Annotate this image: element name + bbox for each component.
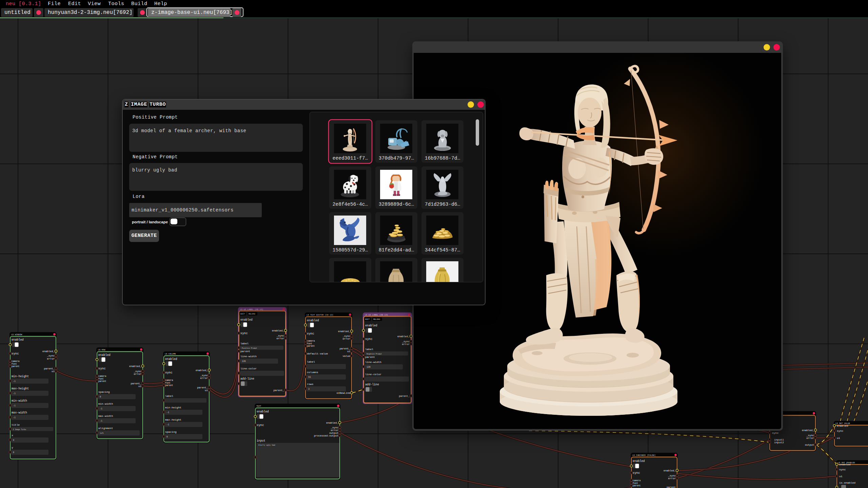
svg-text:0: 0 [13, 439, 14, 442]
svg-text:enabled_: enabled_ [338, 330, 351, 333]
svg-text:camera: camera [165, 379, 173, 382]
svg-text:min-height: min-height [12, 375, 29, 378]
svg-text:camera: camera [307, 340, 315, 342]
svg-text:TEXT: TEXT [256, 405, 261, 407]
svg-text:ui: ui [52, 370, 55, 373]
svg-text:font: font [98, 378, 104, 380]
svg-text:line-color: line-color [365, 373, 381, 376]
svg-text:parent: parent [165, 384, 173, 387]
svg-text:parent: parent [365, 355, 375, 359]
svg-text:label: label [307, 360, 315, 363]
svg-text:camera: camera [98, 375, 106, 378]
svg-text:spacing: spacing [165, 430, 177, 433]
svg-text:max-width: max-width [98, 414, 113, 418]
svg-text:error: error [342, 338, 350, 340]
svg-text:EDIT: EDIT [365, 318, 370, 321]
svg-text:enabled_: enabled_ [326, 422, 339, 424]
svg-text:RELOAD: RELOAD [249, 313, 256, 315]
svg-text:ui: ui [837, 436, 840, 440]
svg-text:font: font [12, 363, 17, 365]
svg-text:label: label [240, 342, 249, 345]
svg-text:LS CHECKBOX [FALSE]: LS CHECKBOX [FALSE] [632, 454, 655, 456]
svg-text:alignment: alignment [98, 427, 113, 430]
svg-text:enabled_: enabled_ [272, 329, 284, 332]
svg-text:parent_: parent_ [273, 389, 284, 392]
svg-text:input: input [257, 439, 265, 443]
svg-text:columns: columns [307, 371, 318, 374]
svg-text:input2: input2 [774, 441, 784, 444]
svg-text:add-line: add-line [365, 383, 379, 386]
svg-text:LS ROW: LS ROW [98, 349, 105, 351]
svg-text:font: font [633, 482, 638, 485]
svg-text:enabled: enabled [257, 410, 269, 413]
svg-text:sync: sync [307, 332, 314, 336]
svg-text:max-width: max-width [12, 411, 27, 414]
svg-text:LS UI LABEL [3D 13]: LS UI LABEL [3D 13] [365, 314, 388, 316]
svg-text:enabled: enabled [839, 463, 851, 466]
svg-text:enabled_: enabled_ [196, 369, 208, 372]
svg-text:RELOAD: RELOAD [373, 318, 380, 321]
svg-text:enabled: enabled [240, 318, 253, 322]
svg-text:label: label [365, 348, 373, 351]
svg-text:16b97688-7d…: 16b97688-7d… [425, 156, 460, 161]
svg-text:128: 128 [367, 366, 371, 368]
svg-text:parent: parent [12, 365, 20, 368]
svg-text:add-line: add-line [240, 377, 254, 381]
svg-text:Negative Prompt: Negative Prompt [367, 353, 382, 355]
svg-text:0: 0 [13, 451, 14, 454]
svg-text:-1: -1 [166, 411, 169, 414]
svg-text:LS WINDOW: LS WINDOW [11, 333, 22, 336]
svg-text:error: error [331, 429, 338, 432]
svg-text:Positive Prompt: Positive Prompt [242, 347, 257, 349]
svg-text:title: title [12, 423, 20, 426]
svg-text:enabled_: enabled_ [397, 335, 410, 338]
svg-text:ui: ui [205, 389, 208, 392]
svg-text:enabled: enabled [98, 353, 111, 357]
svg-text:error: error [47, 358, 55, 360]
svg-text:ui: ui [839, 475, 843, 478]
svg-text:default-value: default-value [307, 352, 328, 355]
svg-text:parent: parent [98, 380, 106, 383]
svg-text:ui: ui [347, 350, 351, 353]
svg-text:value: value [342, 355, 350, 358]
svg-text:enabled_: enabled_ [802, 429, 814, 432]
svg-text:enabled: enabled [307, 319, 319, 322]
svg-text:parent: parent [633, 485, 641, 487]
svg-text:sync: sync [12, 352, 19, 355]
svg-text:EDIT: EDIT [240, 313, 245, 315]
svg-text:-1: -1 [13, 405, 16, 407]
svg-text:2e8f4e56-4c…: 2e8f4e56-4c… [333, 202, 368, 207]
svg-text:0: 0 [166, 436, 168, 438]
svg-text:line-color: line-color [240, 367, 257, 370]
svg-text:344cf545-87…: 344cf545-87… [425, 247, 460, 253]
svg-text:0: 0 [100, 396, 101, 398]
svg-text:sync: sync [837, 429, 843, 432]
svg-text:sync: sync [772, 431, 778, 434]
svg-text:parent: parent [667, 486, 676, 488]
svg-text:line-width: line-width [365, 361, 381, 364]
svg-text:output: output [805, 444, 814, 446]
svg-text:max-height: max-height [12, 387, 29, 390]
svg-text:enabled_: enabled_ [129, 365, 142, 368]
svg-text:enabled_: enabled_ [42, 350, 55, 353]
svg-text:55: 55 [308, 376, 311, 379]
svg-text:eeed3011-f7…: eeed3011-f7… [333, 156, 368, 161]
svg-text:enabled: enabled [837, 424, 848, 427]
svg-text:-1: -1 [100, 408, 102, 410]
svg-text:parent: parent [240, 350, 250, 353]
svg-text:-1: -1 [100, 420, 102, 422]
svg-text:font: font [307, 343, 312, 345]
svg-text:error: error [402, 343, 410, 346]
svg-text:min-width: min-width [12, 399, 27, 403]
svg-text:max-height: max-height [165, 418, 181, 421]
svg-text:is-enabled: is-enabled [839, 481, 855, 484]
svg-text:enabled: enabled [12, 338, 24, 342]
svg-text:error: error [668, 477, 676, 480]
svg-text:ui: ui [138, 385, 142, 388]
svg-text:3289889d-6c…: 3289889d-6c… [379, 202, 414, 207]
svg-text:blurry ugly bad: blurry ugly bad [258, 444, 275, 446]
svg-text:LS COLUMN: LS COLUMN [165, 353, 176, 355]
svg-text:sync: sync [98, 367, 106, 370]
svg-text:error: error [134, 373, 141, 375]
svg-text:min-height: min-height [165, 406, 181, 409]
